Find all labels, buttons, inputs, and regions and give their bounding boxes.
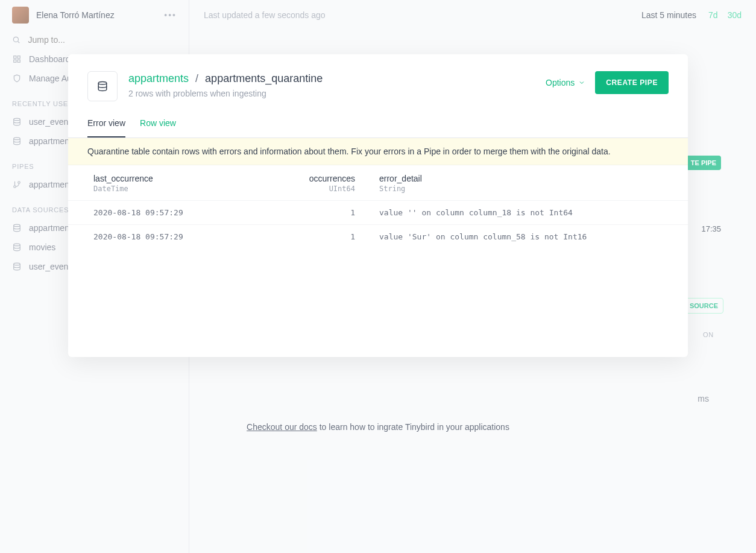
cell-error-detail: value '' on column column_18 is not Int6… bbox=[367, 201, 688, 225]
modal-title: appartments / appartments_quarantine bbox=[128, 71, 546, 86]
tab-error-view[interactable]: Error view bbox=[87, 118, 125, 137]
error-table: last_occurrence occurrences error_detail… bbox=[68, 165, 688, 248]
info-banner: Quarantine table contain rows with error… bbox=[68, 138, 688, 165]
breadcrumb-current: appartments_quarantine bbox=[205, 72, 323, 84]
svg-point-14 bbox=[98, 82, 107, 85]
col-type-last-occurrence: DateTime bbox=[68, 185, 222, 201]
col-header-error-detail: error_detail bbox=[367, 165, 688, 185]
docs-footer: Checkout our docs to learn how to ingrat… bbox=[68, 422, 688, 432]
cell-error-detail: value 'Sur' on column column_58 is not I… bbox=[367, 225, 688, 249]
cell-occurrences: 1 bbox=[222, 225, 367, 249]
tab-row-view[interactable]: Row view bbox=[140, 118, 176, 137]
modal-tabs: Error view Row view bbox=[68, 101, 688, 138]
modal-subtitle: 2 rows with problems when ingesting bbox=[128, 89, 546, 98]
docs-rest: to learn how to ingrate Tinybird in your… bbox=[317, 422, 509, 432]
col-header-occurrences: occurrences bbox=[222, 165, 367, 185]
options-dropdown[interactable]: Options bbox=[546, 78, 585, 87]
breadcrumb-parent[interactable]: appartments bbox=[128, 72, 189, 84]
table-row: 2020-08-18 09:57:29 1 value 'Sur' on col… bbox=[68, 225, 688, 249]
options-label: Options bbox=[546, 78, 575, 87]
docs-link[interactable]: Checkout our docs bbox=[247, 422, 317, 432]
cell-last-occurrence: 2020-08-18 09:57:29 bbox=[68, 201, 222, 225]
cell-occurrences: 1 bbox=[222, 201, 367, 225]
col-type-error-detail: String bbox=[367, 185, 688, 201]
cell-last-occurrence: 2020-08-18 09:57:29 bbox=[68, 225, 222, 249]
breadcrumb-separator: / bbox=[195, 72, 198, 84]
chevron-down-icon bbox=[578, 79, 585, 86]
modal-header: appartments / appartments_quarantine 2 r… bbox=[68, 54, 688, 101]
table-row: 2020-08-18 09:57:29 1 value '' on column… bbox=[68, 201, 688, 225]
datasource-icon bbox=[87, 71, 118, 101]
create-pipe-button[interactable]: CREATE PIPE bbox=[595, 71, 669, 94]
col-header-last-occurrence: last_occurrence bbox=[68, 165, 222, 185]
col-type-occurrences: UInt64 bbox=[222, 185, 367, 201]
quarantine-modal: appartments / appartments_quarantine 2 r… bbox=[68, 54, 688, 357]
